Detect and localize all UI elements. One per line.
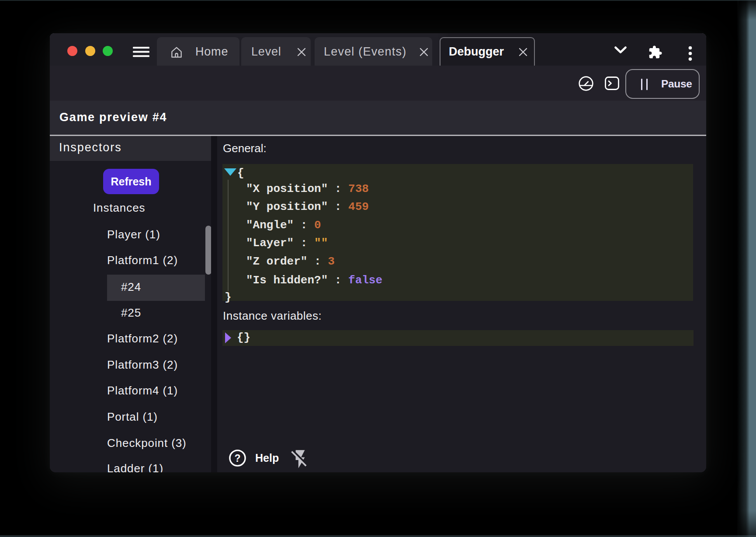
svg-text:?: ? [234,453,240,464]
